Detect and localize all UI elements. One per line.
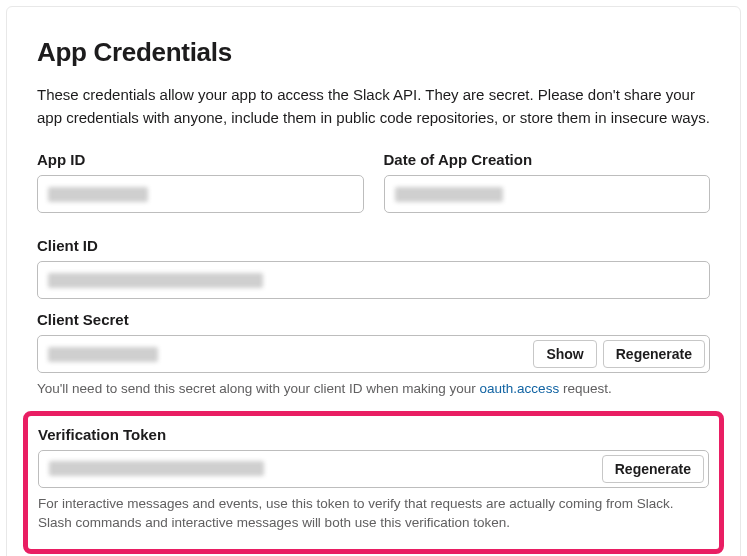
help-client-secret: You'll need to send this secret along wi…: [37, 379, 710, 399]
input-client-secret[interactable]: Show Regenerate: [37, 335, 710, 373]
verification-token-highlight: Verification Token Regenerate For intera…: [23, 411, 724, 554]
value-client-id-redacted: [48, 273, 263, 288]
field-app-id: App ID: [37, 151, 364, 213]
help-client-secret-prefix: You'll need to send this secret along wi…: [37, 381, 480, 396]
input-app-id[interactable]: [37, 175, 364, 213]
field-client-secret: Client Secret Show Regenerate You'll nee…: [37, 311, 710, 399]
field-client-id: Client ID: [37, 237, 710, 299]
oauth-access-link[interactable]: oauth.access: [480, 381, 560, 396]
page-title: App Credentials: [37, 37, 710, 68]
regenerate-client-secret-button[interactable]: Regenerate: [603, 340, 705, 368]
field-verification-token: Verification Token Regenerate For intera…: [38, 426, 709, 533]
client-secret-buttons: Show Regenerate: [533, 340, 705, 368]
value-verification-token-redacted: [49, 461, 264, 476]
label-date-created: Date of App Creation: [384, 151, 711, 168]
field-date-created: Date of App Creation: [384, 151, 711, 213]
show-button[interactable]: Show: [533, 340, 596, 368]
app-credentials-card: App Credentials These credentials allow …: [6, 6, 741, 556]
page-description: These credentials allow your app to acce…: [37, 84, 710, 129]
verification-token-buttons: Regenerate: [602, 455, 704, 483]
row-app-id-date: App ID Date of App Creation: [37, 151, 710, 225]
value-client-secret-redacted: [48, 347, 158, 362]
help-verification-token: For interactive messages and events, use…: [38, 494, 709, 533]
label-client-id: Client ID: [37, 237, 710, 254]
value-app-id-redacted: [48, 187, 148, 202]
help-client-secret-suffix: request.: [559, 381, 612, 396]
input-client-id[interactable]: [37, 261, 710, 299]
input-verification-token[interactable]: Regenerate: [38, 450, 709, 488]
label-client-secret: Client Secret: [37, 311, 710, 328]
regenerate-verification-token-button[interactable]: Regenerate: [602, 455, 704, 483]
input-date-created[interactable]: [384, 175, 711, 213]
value-date-created-redacted: [395, 187, 503, 202]
label-verification-token: Verification Token: [38, 426, 709, 443]
label-app-id: App ID: [37, 151, 364, 168]
